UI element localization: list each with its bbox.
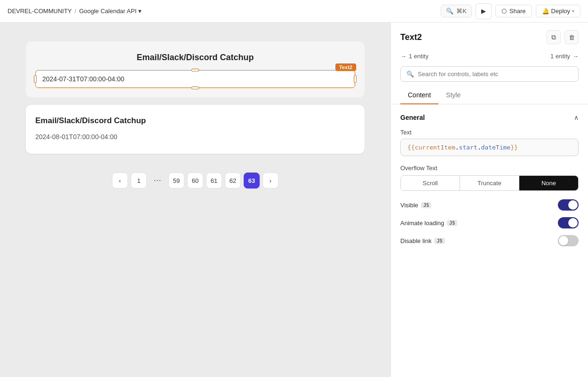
- text-field-label: Text: [400, 129, 579, 136]
- visible-label: Visible: [400, 202, 418, 209]
- pagination: ‹ 1 ··· 59 60 61 62 63: [26, 173, 365, 188]
- panel-tabs: Content Style: [391, 87, 588, 104]
- code-var2: start: [459, 144, 477, 151]
- visible-toggle-row: Visible JS: [400, 199, 579, 211]
- card2-title: Email/Slack/Discord Catchup: [35, 116, 355, 126]
- page-63-button[interactable]: 63: [244, 173, 260, 188]
- search-icon: 🔍: [446, 8, 453, 15]
- tab-content[interactable]: Content: [400, 87, 438, 104]
- deploy-button[interactable]: 🔔 Deploy ▾: [536, 5, 580, 17]
- canvas-content: Email/Slack/Discord Catchup 2024-07-31T0…: [26, 41, 365, 188]
- resize-handle-top[interactable]: [191, 69, 199, 71]
- disable-link-label: Disable link: [400, 237, 431, 244]
- code-dot2: .: [477, 144, 481, 151]
- arrow-right-icon: →: [572, 53, 579, 60]
- panel-header-icons: ⧉ 🗑: [547, 30, 579, 44]
- copy-button[interactable]: ⧉: [547, 30, 561, 44]
- share-icon: ⬡: [501, 8, 507, 15]
- card2-date: 2024-08-01T07:00:00-04:00: [35, 133, 355, 141]
- page-1-button[interactable]: 1: [131, 173, 147, 188]
- resize-handle-left[interactable]: [34, 75, 37, 83]
- search-icon: 🔍: [406, 71, 414, 78]
- canvas-area: Email/Slack/Discord Catchup 2024-07-31T0…: [0, 23, 390, 377]
- topbar: DEVREL-COMMUNITY / Google Calendar API ▾…: [0, 0, 588, 23]
- main-area: Email/Slack/Discord Catchup 2024-07-31T0…: [0, 23, 588, 377]
- search-button[interactable]: 🔍 ⌘K: [441, 5, 472, 17]
- chevron-down-icon: ▾: [572, 8, 574, 14]
- collapse-icon[interactable]: ∧: [574, 114, 579, 121]
- chevron-down-icon: ▾: [138, 8, 142, 15]
- play-button[interactable]: ▶: [476, 3, 492, 19]
- card1-title: Email/Slack/Discord Catchup: [35, 53, 355, 63]
- code-close-brace: }}: [510, 144, 518, 151]
- panel-title: Text2: [400, 32, 422, 42]
- card1-date: 2024-07-31T07:00:00-04:00: [42, 75, 124, 83]
- card-normal[interactable]: Email/Slack/Discord Catchup 2024-08-01T0…: [26, 105, 365, 154]
- overflow-scroll-button[interactable]: Scroll: [401, 176, 460, 190]
- visible-toggle[interactable]: [558, 199, 579, 211]
- general-section-header: General ∧: [400, 114, 579, 121]
- text-field-box[interactable]: 2024-07-31T07:00:00-04:00: [35, 70, 355, 88]
- page-62-button[interactable]: 62: [225, 173, 241, 188]
- next-button[interactable]: ›: [262, 173, 278, 188]
- prev-button[interactable]: ‹: [112, 173, 128, 188]
- arrow-right-icon: →: [400, 53, 406, 60]
- code-var3: dateTime: [481, 144, 511, 151]
- animate-label-group: Animate loading JS: [400, 220, 457, 227]
- page-60-button[interactable]: 60: [187, 173, 203, 188]
- delete-button[interactable]: 🗑: [564, 30, 579, 44]
- overflow-label: Overflow Text: [400, 165, 579, 172]
- prev-icon: ‹: [119, 177, 121, 184]
- breadcrumb-org: DEVREL-COMMUNITY: [8, 8, 72, 15]
- panel-body: General ∧ Text {{currentItem.start.dateT…: [391, 104, 588, 377]
- disable-link-toggle[interactable]: [558, 235, 579, 246]
- resize-handle-right[interactable]: [354, 75, 357, 83]
- entity-row: → 1 entity 1 entity →: [391, 50, 588, 64]
- overflow-buttons: Scroll Truncate None: [400, 175, 579, 191]
- animate-toggle-row: Animate loading JS: [400, 217, 579, 228]
- card-selected[interactable]: Email/Slack/Discord Catchup 2024-07-31T0…: [26, 41, 365, 97]
- visible-js-badge: JS: [421, 202, 431, 208]
- panel-search[interactable]: 🔍: [400, 66, 579, 82]
- page-59-button[interactable]: 59: [168, 173, 184, 188]
- visible-label-group: Visible JS: [400, 202, 431, 209]
- share-button[interactable]: ⬡ Share: [495, 5, 532, 17]
- tab-style[interactable]: Style: [438, 87, 468, 104]
- disable-link-label-group: Disable link JS: [400, 237, 445, 244]
- text-code-field[interactable]: {{currentItem.start.dateTime}}: [400, 139, 579, 156]
- disable-link-js-badge: JS: [434, 238, 445, 244]
- text-field-container: 2024-07-31T07:00:00-04:00 Text2: [35, 70, 355, 88]
- next-icon: ›: [270, 177, 271, 184]
- resize-handle-bottom[interactable]: [191, 86, 199, 89]
- delete-icon: 🗑: [569, 34, 575, 41]
- code-dot1: .: [455, 144, 459, 151]
- animate-label: Animate loading: [400, 220, 444, 227]
- disable-link-toggle-row: Disable link JS: [400, 235, 579, 246]
- bell-icon: 🔔: [542, 8, 549, 15]
- entity-left[interactable]: → 1 entity: [400, 53, 429, 60]
- copy-icon: ⧉: [551, 33, 556, 41]
- breadcrumb-api[interactable]: Google Calendar API ▾: [79, 8, 142, 15]
- page-61-button[interactable]: 61: [206, 173, 222, 188]
- panel-search-input[interactable]: [418, 71, 572, 78]
- general-section-title: General: [400, 114, 425, 121]
- overflow-truncate-button[interactable]: Truncate: [460, 176, 519, 190]
- code-open-brace: {{: [407, 144, 415, 151]
- text2-badge: Text2: [335, 63, 356, 71]
- play-icon: ▶: [481, 8, 486, 15]
- entity-right[interactable]: 1 entity →: [550, 53, 579, 60]
- ellipsis: ···: [150, 173, 166, 188]
- overflow-none-button[interactable]: None: [519, 176, 578, 190]
- code-var1: currentItem: [415, 144, 455, 151]
- right-panel: Text2 ⧉ 🗑 → 1 entity 1 entity →: [390, 23, 588, 377]
- topbar-right: 🔍 ⌘K ▶ ⬡ Share 🔔 Deploy ▾: [441, 3, 580, 19]
- breadcrumb: DEVREL-COMMUNITY / Google Calendar API ▾: [8, 8, 142, 15]
- animate-toggle[interactable]: [558, 217, 579, 228]
- breadcrumb-separator: /: [75, 8, 77, 15]
- animate-js-badge: JS: [447, 220, 457, 226]
- panel-header: Text2 ⧉ 🗑: [391, 23, 588, 50]
